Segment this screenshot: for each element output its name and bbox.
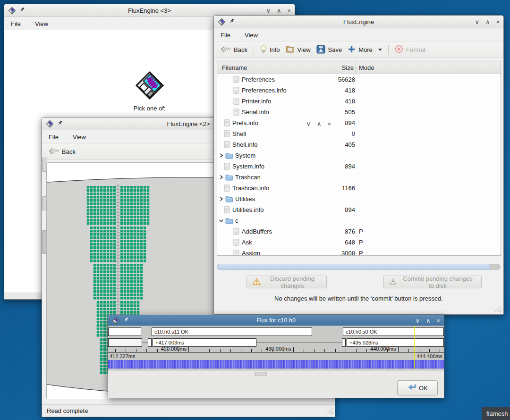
table-row[interactable]: System [217, 150, 501, 161]
folder-open-icon [286, 45, 295, 54]
file-mode: P [356, 239, 501, 246]
resize-grip[interactable] [326, 407, 333, 414]
file-table[interactable]: Filename Size Mode Preferences56628Prefe… [217, 61, 501, 256]
pin-icon[interactable] [19, 7, 25, 14]
table-row[interactable]: c [217, 215, 501, 226]
file-name: System [235, 152, 255, 159]
axis-minor-tick [220, 349, 221, 352]
close-button[interactable]: × [436, 318, 440, 324]
axis-minor-tick [146, 349, 147, 352]
file-size: 894 [335, 163, 356, 170]
minimize-button[interactable]: ∨ [475, 19, 479, 25]
menu-view[interactable]: View [73, 134, 86, 141]
table-row[interactable]: Serial.info505 [217, 107, 501, 118]
maximize-button[interactable]: ∧ [485, 19, 490, 25]
menu-file[interactable]: File [221, 32, 230, 39]
flameshot-label: flamesh [482, 407, 510, 420]
flux-edge-box [342, 338, 346, 347]
plus-icon [348, 45, 356, 55]
table-row[interactable]: Utilities [217, 193, 501, 204]
table-row[interactable]: Printer.info418 [217, 96, 501, 107]
pin-icon[interactable] [229, 18, 235, 25]
axis-major-label: 440.000ms [364, 346, 396, 352]
toolbar: Back Info View Save More [214, 42, 503, 58]
axis-minor-tick [199, 349, 199, 352]
axis-minor-tick [241, 349, 241, 352]
maximize-button[interactable]: ∧ [277, 8, 281, 14]
axis-major-label: 430.000ms [259, 346, 291, 352]
flux-view[interactable]: c10.h0.s11 OKc10.h0.s0 OK+417.003ms+435.… [108, 326, 444, 398]
commit-note: No changes will be written until the 'co… [214, 295, 503, 302]
axis-major-tick [188, 347, 189, 352]
maximize-button[interactable]: ∧ [426, 318, 431, 324]
minimize-button[interactable]: ∨ [415, 318, 420, 324]
table-row[interactable]: Shell.info405 [217, 139, 501, 150]
info-button[interactable]: Info [257, 43, 283, 57]
table-row[interactable]: Trashcan.info1166 [217, 183, 501, 193]
menu-view[interactable]: View [35, 20, 48, 27]
menu-file[interactable]: File [49, 134, 59, 141]
fluxengine-logo-icon [135, 70, 165, 101]
table-row[interactable]: Shell0 [217, 128, 501, 139]
format-label: Format [406, 46, 425, 53]
ok-button[interactable]: OK [397, 380, 438, 395]
table-row[interactable]: Preferences.info418 [217, 85, 501, 96]
table-header[interactable]: Filename Size Mode [217, 61, 501, 74]
close-button[interactable]: × [496, 19, 500, 25]
toolbar-separator [254, 45, 254, 55]
horizontal-scrollbar[interactable] [217, 264, 501, 270]
resize-grip[interactable] [494, 305, 502, 312]
table-row[interactable]: Trashcan [217, 172, 501, 183]
menu-file[interactable]: File [11, 20, 21, 27]
table-row[interactable]: Preferences56628 [217, 74, 501, 85]
axis-minor-tick [304, 349, 304, 352]
fluxengine-app-icon [218, 18, 226, 26]
maximize-button[interactable]: ∧ [317, 121, 322, 127]
table-row[interactable]: Ask648P [217, 237, 501, 248]
dropdown-caret-icon[interactable] [378, 49, 382, 51]
lightbulb-icon [260, 45, 267, 55]
table-row[interactable]: Assign3008P [217, 248, 501, 256]
file-size: 418 [335, 98, 356, 105]
titlebar[interactable]: Flux for c10 h0 ∨ ∧ × [108, 315, 444, 326]
window-fluxengine-main: FluxEngine ∨ ∧ × File View Back Info [213, 15, 504, 315]
view-button[interactable]: View [283, 43, 314, 57]
pin-icon[interactable] [57, 120, 63, 127]
more-button[interactable]: More [345, 43, 385, 57]
minimize-button[interactable]: ∨ [306, 121, 311, 127]
close-button[interactable]: × [327, 121, 331, 127]
table-row[interactable]: AddBuffers876P [217, 226, 501, 237]
discard-pending-changes-button[interactable]: Discard pending changes [246, 276, 327, 288]
table-row[interactable]: Utilities.info894 [217, 204, 501, 215]
table-row[interactable]: Prefs.info894 [217, 118, 501, 128]
axis-minor-tick [314, 349, 314, 352]
axis-minor-tick [324, 349, 325, 352]
splitter-handle[interactable] [255, 372, 267, 376]
file-size: 3008 [335, 250, 356, 256]
file-size: 405 [335, 141, 356, 148]
titlebar[interactable]: FluxEngine ∨ ∧ × [214, 16, 503, 28]
axis-end-label: 444.400ms [417, 353, 442, 359]
flux-density-bar[interactable] [108, 360, 444, 369]
column-header-size[interactable]: Size [335, 61, 356, 74]
commit-icon [390, 278, 397, 286]
window-title: FluxEngine <3> [33, 7, 266, 14]
pin-icon[interactable] [123, 317, 129, 324]
axis-minor-tick [419, 349, 419, 352]
back-label: Back [62, 148, 76, 155]
column-header-mode[interactable]: Mode [356, 61, 501, 74]
table-row[interactable]: System.info894 [217, 161, 501, 172]
menu-view[interactable]: View [245, 32, 258, 39]
back-icon [48, 147, 59, 157]
scrollbar-thumb[interactable] [217, 264, 491, 270]
save-button[interactable]: Save [314, 43, 345, 57]
file-size: 894 [335, 206, 356, 213]
close-button[interactable]: × [287, 8, 291, 14]
column-header-filename[interactable]: Filename [217, 61, 335, 74]
commit-pending-changes-button[interactable]: Commit pending changes to disk [383, 276, 482, 288]
fluxengine-app-icon [8, 7, 16, 15]
back-button[interactable]: Back [217, 43, 250, 57]
format-button[interactable]: Format [392, 43, 428, 57]
minimize-button[interactable]: ∨ [266, 8, 271, 14]
back-button[interactable]: Back [45, 145, 78, 159]
